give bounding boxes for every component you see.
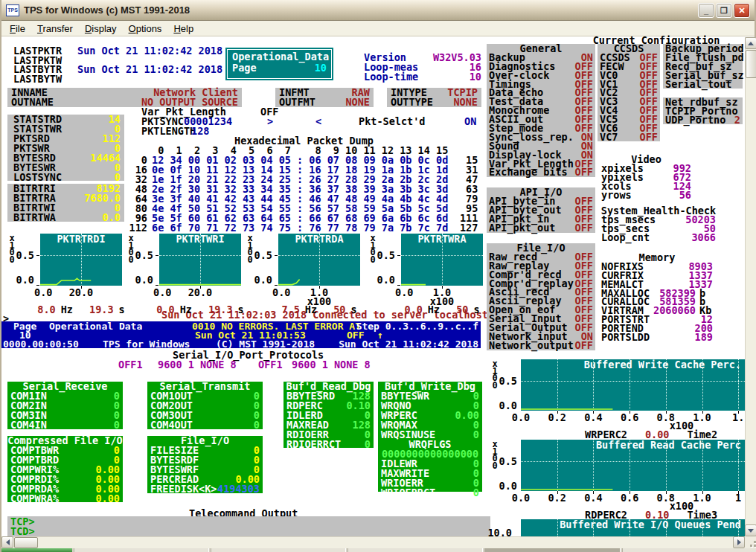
- status-app-name: TPS for Windows: [103, 340, 190, 348]
- outtype-bar: OUTTYPE NONE: [387, 97, 481, 107]
- row-value: OFF: [640, 132, 658, 141]
- start-button[interactable]: [1, 548, 72, 552]
- chart-buffered-write-i-o-queues-pend-title: Buffered Write I/O Queues Pend: [521, 519, 745, 530]
- serial-proto-params1: 9600 1 NONE 8: [158, 360, 237, 370]
- row-label: Network_output: [489, 341, 575, 350]
- row-value: 2: [734, 115, 740, 124]
- row-value: Sun Oct 21 11:02:42 2018: [77, 46, 222, 56]
- hex-cell: 6e 6f 70 71 72 73 74 75 : 76 77 78 79 7a…: [152, 223, 448, 233]
- grid-line: [630, 519, 630, 536]
- status-copyright: (C) MST 1991-2018: [216, 340, 315, 348]
- panel-serial-transmit: Serial_Transmit COM1OUT0COM2OUT0COM3OUT0…: [147, 382, 263, 429]
- page-selector-box: Operational_Data Page 10: [225, 47, 334, 81]
- resize-grip[interactable]: [745, 536, 756, 548]
- row-value: 56: [679, 190, 691, 199]
- config-file-io: File_I/O Raw_recdOFFRaw_replayOFFCompr'd…: [487, 243, 595, 350]
- taskbar-button[interactable]: [74, 548, 209, 552]
- list-item: COM4OUT0: [147, 420, 263, 430]
- list-item: TCD>: [10, 527, 487, 536]
- chart-buffered-write-cache-perc-ytick: 0.0: [498, 401, 517, 411]
- chart-buffered-read-cache-perc: Buffered Read Cache Perc: [521, 440, 745, 491]
- readout-part: Hz: [180, 305, 192, 315]
- close-button[interactable]: ✕: [734, 3, 750, 18]
- row-value: 0: [254, 420, 260, 430]
- axis-tick: [156, 255, 158, 256]
- opbox-page-value: 10: [315, 63, 327, 73]
- menu-options[interactable]: Options: [123, 22, 168, 35]
- chart-pktrtwra-ytick: 0.5: [374, 251, 395, 260]
- axis-tick: [593, 491, 594, 494]
- list-item: FREEDISK<K>4194303: [147, 484, 263, 494]
- chart-buffered-write-cache-perc-xtick: 0.4: [581, 413, 605, 423]
- chart-pktrtwri-ytick: 0.0: [132, 275, 153, 285]
- chart-buffered-write-cache-perc-xtick: 0.0: [509, 413, 533, 423]
- grid-line: [738, 519, 739, 536]
- row-label: UDP_Portno: [665, 115, 734, 124]
- serial-proto-off2: OFF1: [258, 360, 283, 370]
- bitrate-stats-panel: BITRTRI8192BITRTRA7680.0BITRTWI0BITRTWA0…: [7, 184, 124, 222]
- list-item: TCP>: [10, 517, 487, 527]
- arrow-up-icon: [748, 42, 754, 45]
- scroll-right-button[interactable]: [733, 536, 745, 548]
- chart-buffered-read-cache-perc-xtick: 0.0: [509, 493, 533, 503]
- menu-file[interactable]: File: [4, 22, 31, 35]
- scroll-down-button[interactable]: [745, 524, 756, 536]
- vertical-scroll-thumb[interactable]: [746, 50, 756, 78]
- axis-tick: [36, 255, 39, 256]
- readout-part: s: [350, 305, 356, 315]
- horizontal-scroll-thumb[interactable]: [14, 537, 38, 548]
- row-label: Loop_cnt: [601, 233, 691, 242]
- horizontal-scrollbar[interactable]: [1, 536, 745, 548]
- axis-tick: [738, 491, 739, 494]
- menu-transfer[interactable]: Transfer: [31, 22, 79, 35]
- config-ccsds: CCSDS CCSDSOFFFECWOFFVC0OFFVC1OFFVC2OFFV…: [598, 44, 660, 141]
- row-text: TCD>: [10, 527, 35, 536]
- taskbar-button[interactable]: [622, 548, 756, 552]
- chart-pktrtwri-series: [159, 234, 241, 286]
- minimize-button[interactable]: _: [698, 3, 714, 18]
- axis-tick: [593, 411, 594, 414]
- maximize-button[interactable]: ❐: [716, 3, 732, 18]
- title-bar: TPS TPS for Windows (c) MST 1991-2018 _ …: [1, 0, 755, 21]
- row-label: Loop-time: [364, 72, 470, 82]
- axis-tick: [275, 255, 278, 256]
- scroll-left-button[interactable]: [1, 536, 13, 548]
- version-info: VersionW32V5.03Loop-meas16Loop-time10: [364, 53, 481, 82]
- chart-buffered-write-cache-perc-xtick: 0.2: [545, 413, 569, 423]
- arrow-down-icon: [748, 529, 754, 533]
- row-label: FREEDISK<K>: [150, 484, 217, 494]
- panel-buffered-write-debug: Buf'd_Write_Dbg BBYTESWR0WRQNO0WRPERC0.0…: [378, 382, 482, 492]
- row-value: Sun Oct 21 11:02:42 2018: [77, 65, 222, 74]
- taskbar-button[interactable]: [347, 548, 483, 552]
- grid-line: [557, 519, 558, 536]
- status-page-title: Operational Data: [49, 322, 142, 331]
- row-value: 10: [470, 72, 481, 82]
- taskbar-button-active[interactable]: [484, 548, 620, 552]
- chart-pktrtwri: PKTRTWRI: [159, 234, 241, 286]
- pkt-selctd-label: Pkt-Selct'd: [359, 117, 425, 126]
- menu-help[interactable]: Help: [167, 22, 199, 35]
- readout-part: 50: [456, 305, 468, 315]
- readout-part: 19.3: [89, 305, 114, 315]
- list-item: Network_outputOFF: [487, 341, 595, 350]
- axis-tick: [738, 411, 739, 414]
- serial-proto-off1: OFF1: [118, 360, 143, 370]
- taskbar-button[interactable]: [211, 548, 346, 552]
- list-item: Loop_cnt3066: [599, 233, 718, 242]
- pkt-selctd-value: ON: [464, 117, 476, 126]
- readout-part: 0.00: [645, 430, 670, 440]
- grid-line: [593, 519, 594, 536]
- vertical-scrollbar[interactable]: [745, 37, 756, 536]
- chart-pktrtwra-series: [401, 234, 483, 286]
- chart-buffered-read-cache-perc-series: [521, 440, 745, 491]
- chart-buffered-read-cache-perc-xtick: 0.6: [618, 493, 641, 503]
- menu-display[interactable]: Display: [79, 22, 123, 35]
- config-api-io: API_I/O API_byte_inOFFAPI_byte_outOFFAPI…: [487, 187, 595, 233]
- chart-buffered-write-cache-perc-ytick: 0.5: [498, 376, 517, 386]
- chart-pktrtrdi: PKTRTRDI: [40, 234, 122, 286]
- config-network: Net_rdbuf_szTCPIP_PortnoUDP_Portno2: [663, 97, 743, 124]
- scroll-up-button[interactable]: [745, 37, 756, 49]
- telecommand-console[interactable]: TCP>TCD>: [7, 516, 490, 536]
- chart-buffered-write-i-o-queues-pend-ylabel: 10.0: [487, 528, 512, 538]
- axis-tick: [275, 285, 278, 286]
